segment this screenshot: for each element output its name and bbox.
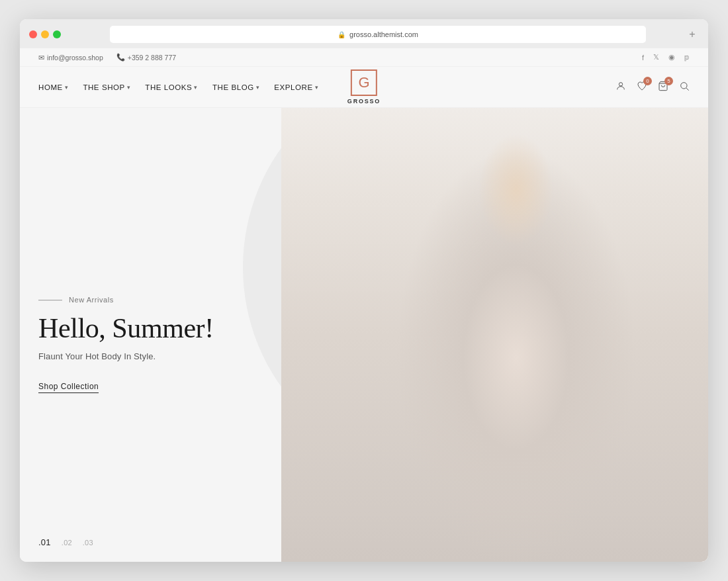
nav-item-blog[interactable]: THE BLOG ▾ [212,83,259,91]
shop-collection-link[interactable]: Shop Collection [38,382,99,393]
phone-contact: 📞 +359 2 888 777 [116,53,176,62]
maximize-button[interactable] [53,30,61,38]
user-account-button[interactable] [615,81,626,94]
hero-line-decoration [38,300,62,300]
close-button[interactable] [29,30,37,38]
hero-section: New Arrivals Hello, Summer! Flaunt Your … [20,108,708,562]
chevron-down-icon: ▾ [315,84,319,91]
browser-chrome: 🔒 grosso.althemist.com + [20,19,708,48]
cart-button[interactable]: 5 [658,81,668,94]
svg-line-3 [686,88,689,91]
hero-model-image [281,108,708,562]
logo-text: GROSSO [347,98,381,105]
wishlist-badge: 0 [643,77,652,85]
nav-links: HOME ▾ THE SHOP ▾ THE LOOKS ▾ THE BLOG ▾… [38,83,318,91]
hero-eyebrow-text: New Arrivals [69,296,114,304]
lock-icon: 🔒 [338,31,345,38]
svg-point-2 [681,82,687,88]
logo-symbol: G [358,75,369,90]
nav-explore-label: EXPLORE [274,83,312,91]
phone-text: +359 2 888 777 [128,54,176,62]
hero-subtitle: Flaunt Your Hot Body In Style. [38,351,214,361]
twitter-icon[interactable]: 𝕏 [653,53,659,62]
browser-top-bar: 🔒 grosso.althemist.com + [29,26,699,43]
email-contact: ✉ info@grosso.shop [38,54,103,62]
logo[interactable]: G GROSSO [347,69,381,105]
logo-icon: G [351,69,377,96]
address-bar[interactable]: 🔒 grosso.althemist.com [110,26,646,43]
main-nav: HOME ▾ THE SHOP ▾ THE LOOKS ▾ THE BLOG ▾… [20,67,708,108]
url-text: grosso.althemist.com [349,30,418,38]
nav-item-looks[interactable]: THE LOOKS ▾ [145,83,198,91]
top-info-bar: ✉ info@grosso.shop 📞 +359 2 888 777 f 𝕏 … [20,48,708,67]
nav-blog-label: THE BLOG [212,83,254,91]
nav-item-home[interactable]: HOME ▾ [38,83,68,91]
facebook-icon[interactable]: f [642,54,644,62]
nav-icons: 0 5 [615,81,690,94]
hero-eyebrow: New Arrivals [38,296,214,304]
slide-indicators: .01 .02 .03 [38,537,93,547]
pinterest-icon[interactable]: 𝕡 [684,53,690,62]
new-tab-button[interactable]: + [686,28,699,41]
chevron-down-icon: ▾ [127,84,131,91]
slide-1-indicator[interactable]: .01 [38,537,51,547]
nav-looks-label: THE LOOKS [145,83,192,91]
email-text: info@grosso.shop [47,54,103,62]
hero-title: Hello, Summer! [38,313,214,343]
nav-item-shop[interactable]: THE SHOP ▾ [83,83,130,91]
chevron-down-icon: ▾ [194,84,198,91]
slide-3-indicator[interactable]: .03 [83,539,93,547]
minimize-button[interactable] [41,30,49,38]
chevron-down-icon: ▾ [256,84,260,91]
social-icons: f 𝕏 ◉ 𝕡 [642,53,690,62]
model-silhouette [281,108,708,562]
phone-icon: 📞 [116,53,125,62]
search-button[interactable] [679,81,690,94]
instagram-icon[interactable]: ◉ [668,53,675,62]
cart-badge: 5 [664,77,673,85]
slide-2-indicator[interactable]: .02 [62,539,72,547]
email-icon: ✉ [38,54,44,62]
browser-window: 🔒 grosso.althemist.com + ✉ info@grosso.s… [20,19,708,562]
wishlist-button[interactable]: 0 [637,81,647,94]
chevron-down-icon: ▾ [65,84,69,91]
nav-item-explore[interactable]: EXPLORE ▾ [274,83,318,91]
traffic-lights [29,30,61,38]
website-content: ✉ info@grosso.shop 📞 +359 2 888 777 f 𝕏 … [20,48,708,562]
svg-point-0 [619,82,622,85]
nav-home-label: HOME [38,83,63,91]
hero-content: New Arrivals Hello, Summer! Flaunt Your … [38,296,214,393]
nav-shop-label: THE SHOP [83,83,124,91]
